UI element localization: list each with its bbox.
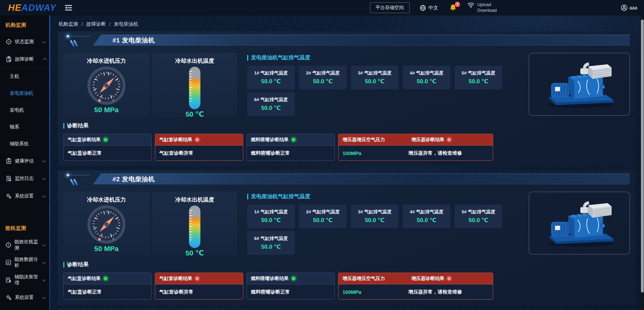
thermometer-title: 冷却水出机温度	[155, 196, 234, 204]
diagnosis-card-cylinder-liner: 气缸套诊断结果 气缸套诊断异常	[155, 134, 243, 161]
cylinder-temp-card-1: 1# 气缸排气温度 50.0 ℃	[247, 66, 295, 89]
thermometer-value: 50 ℃	[155, 249, 234, 257]
diagnosis-section-title: 诊断结果	[67, 122, 89, 129]
breadcrumb-separator: /	[109, 22, 110, 27]
chevron-up-icon	[43, 58, 47, 61]
cylinder-temp-card-5: 5# 气缸排气温度 50.0 ℃	[455, 205, 502, 228]
user-menu[interactable]: aaa	[621, 4, 637, 11]
sidebar-collapse-button[interactable]	[65, 5, 72, 11]
sidebar-item-energy-online-monitoring[interactable]: 能效在线监测	[0, 236, 49, 253]
sidebar-subitem-generator-diesel-engine[interactable]: 发电柴油机	[0, 85, 49, 101]
sidebar-item-system-settings[interactable]: 系统设置	[0, 187, 49, 205]
double-slash-icon	[69, 179, 79, 186]
logo-part-2: ADWAY	[22, 3, 57, 13]
diagnosis-card-turbocharger: 增压器增压空气压力 增压器诊断结果 100MPa 增压器异常，请检查维修	[338, 134, 493, 161]
sidebar: 机舱监测 状态监测 故障诊断 主机	[0, 16, 49, 310]
user-icon	[621, 4, 627, 11]
sidebar-item-fault-diagnosis[interactable]: 故障诊断	[0, 50, 49, 68]
cyan-accent-bar	[63, 123, 64, 129]
fault-diagnosis-icon	[5, 56, 12, 62]
breadcrumb-item-fault-diagnosis[interactable]: 故障诊断	[86, 21, 106, 27]
download-label: Download	[477, 8, 497, 13]
sidebar-item-status-monitoring[interactable]: 状态监测	[0, 33, 49, 50]
status-dot-normal	[292, 277, 295, 280]
upload-download-button[interactable]: Upload Download	[467, 2, 497, 13]
system-settings-icon	[5, 294, 12, 301]
topbar: HEADWAY 平台存储空间 中文 1 Upload Download	[0, 0, 644, 16]
notifications-button[interactable]: 1	[450, 4, 456, 11]
panel-title-bar: #2 发电柴油机	[93, 174, 630, 184]
breadcrumb-item-engine-room[interactable]: 机舱监测	[59, 21, 78, 27]
headway-logo: HEADWAY	[8, 3, 56, 13]
cylinder-temp-card-4: 4# 气缸排气温度 50.0 ℃	[403, 205, 450, 228]
gauge-title: 冷却水进机压力	[66, 57, 147, 65]
language-selector[interactable]: 中文	[420, 5, 438, 11]
sidebar-subitem-generator[interactable]: 发电机	[0, 101, 49, 118]
sidebar-item-energy-data-analysis[interactable]: 能效数据分析	[0, 253, 49, 271]
breadcrumb: 机舱监测 / 故障诊断 / 发电柴油机	[58, 16, 635, 31]
main-content: 机舱监测 / 故障诊断 / 发电柴油机 #1 发电柴油机	[49, 16, 644, 310]
panel-diesel-engine-1: #1 发电柴油机 冷却水进机压力	[58, 31, 635, 166]
diagnosis-card-cylinder-head: 气缸盖诊断结果 气缸盖诊断正常	[63, 134, 152, 161]
panel-title: #1 发电柴油机	[112, 36, 155, 45]
diagnosis-card-cylinder-liner: 气缸套诊断结果 气缸套诊断异常	[155, 273, 243, 300]
header-line-decoration	[68, 175, 90, 175]
status-monitoring-icon	[5, 39, 12, 45]
sidebar-item-decision-support[interactable]: 辅助决策管理	[0, 271, 49, 288]
pressure-gauge	[87, 205, 126, 244]
breadcrumb-item-current: 发电柴油机	[114, 21, 138, 27]
sidebar-item-system-settings-2[interactable]: 系统设置	[0, 288, 49, 306]
panel-title-bar: #1 发电柴油机	[93, 35, 630, 45]
sidebar-item-monitoring-log[interactable]: 监控日志	[0, 169, 49, 187]
chevron-down-icon	[42, 158, 46, 162]
cylinder-section-title: 发电柴油机气缸排气温度	[251, 54, 310, 61]
thermometer-title: 冷却水出机温度	[155, 57, 234, 65]
username: aaa	[630, 5, 637, 10]
breadcrumb-separator: /	[82, 22, 83, 27]
thermometer-value: 50 ℃	[155, 110, 234, 118]
gauge-value: 50 MPa	[66, 106, 147, 114]
cylinder-temp-card-3: 3# 气缸排气温度 50.0 ℃	[351, 66, 398, 89]
gauge-value: 50 MPa	[66, 245, 147, 253]
platform-storage-button[interactable]: 平台存储空间	[370, 2, 410, 13]
sidebar-item-label: 健康评估	[15, 158, 34, 164]
sidebar-section-engine-room-header: 机舱监测	[0, 17, 49, 33]
logo-part-1: HE	[8, 3, 22, 13]
energy-data-analysis-icon	[5, 259, 11, 266]
diagnosis-section: 诊断结果 气缸盖诊断结果 气缸盖诊断正常 气缸套诊断结果	[63, 122, 630, 161]
status-dot-abnormal	[195, 138, 199, 142]
diagnosis-card-turbocharger: 增压器增压空气压力 增压器诊断结果 100MPa 增压器异常，请检查维修	[338, 273, 493, 300]
sidebar-item-label: 能效在线监测	[14, 239, 40, 251]
thermometer	[187, 66, 202, 110]
globe-icon	[420, 5, 426, 11]
sidebar-subitem-auxiliary-system[interactable]: 辅助系统	[0, 135, 49, 152]
sidebar-subitem-main-engine[interactable]: 主机	[0, 68, 49, 85]
cyan-accent-bar	[247, 55, 248, 61]
panel-header: #2 发电柴油机	[63, 174, 630, 188]
chevron-down-icon	[42, 193, 46, 197]
decision-support-icon	[5, 277, 11, 283]
diagnosis-card-fuel-nozzle: 燃料喷嘴诊断结果 燃料喷嘴诊断正常	[247, 134, 335, 161]
upload-label: Upload	[477, 2, 497, 8]
coolant-outlet-temperature-card: 冷却水出机温度 50 ℃	[152, 53, 237, 117]
status-dot-normal	[104, 138, 107, 142]
coolant-inlet-pressure-card: 冷却水进机压力 50	[63, 53, 150, 117]
sidebar-item-label: 能效数据分析	[14, 256, 40, 269]
double-slash-icon	[69, 40, 79, 47]
notification-badge: 1	[455, 2, 460, 7]
cylinder-exhaust-section: 发电柴油机气缸排气温度 1# 气缸排气温度 50.0 ℃ 2# 气缸排气温度 5…	[240, 53, 509, 117]
sidebar-item-health-assessment[interactable]: 健康评估	[0, 152, 49, 169]
diagnosis-card-cylinder-head: 气缸盖诊断结果 气缸盖诊断正常	[63, 273, 152, 300]
chevron-down-icon	[42, 277, 46, 281]
scrollbar-thumb[interactable]	[641, 20, 644, 292]
vertical-scrollbar[interactable]	[641, 16, 644, 310]
chevron-down-icon	[42, 295, 46, 299]
status-dot-normal	[292, 138, 295, 142]
sidebar-subitem-shafting[interactable]: 轴系	[0, 118, 49, 135]
cylinder-temp-card-2: 2# 气缸排气温度 50.0 ℃	[299, 205, 347, 228]
chevron-down-icon	[42, 39, 46, 43]
diagnosis-section-title: 诊断结果	[67, 261, 89, 268]
header-line-decoration	[68, 36, 90, 36]
diesel-engine-image	[529, 192, 630, 254]
chevron-down-icon	[42, 242, 46, 246]
